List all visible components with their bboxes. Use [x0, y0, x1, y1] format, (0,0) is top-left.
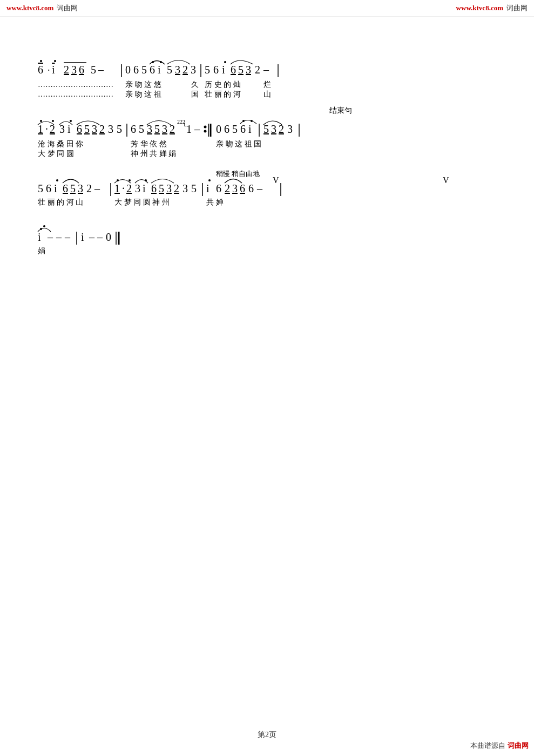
svg-text:6: 6 [150, 64, 155, 76]
footer-logo: 词曲网 [508, 741, 529, 751]
svg-text:5: 5 [159, 183, 164, 194]
svg-text:–: – [56, 231, 62, 243]
header-label-right: 词曲网 [506, 3, 528, 13]
svg-point-73 [204, 130, 207, 133]
svg-text:1: 1 [114, 183, 120, 194]
svg-text:5: 5 [117, 123, 122, 135]
svg-text:亲 吻 这  悠: 亲 吻 这 悠 [125, 80, 161, 89]
svg-text:山: 山 [263, 90, 271, 98]
svg-text:5: 5 [232, 123, 238, 135]
svg-point-49 [52, 120, 54, 122]
svg-text:·: · [45, 123, 48, 135]
svg-text:6: 6 [79, 64, 84, 76]
svg-text:·: · [48, 65, 50, 76]
svg-text:5: 5 [38, 183, 43, 194]
svg-text:大    梦    同    圆: 大 梦 同 圆 [38, 150, 74, 158]
svg-text:壮 丽 的 河: 壮 丽 的 河 [204, 90, 241, 98]
svg-text:亲 吻 这  祖: 亲 吻 这 祖 [125, 90, 161, 98]
svg-text:2: 2 [255, 64, 260, 76]
svg-text:3: 3 [182, 183, 188, 194]
svg-text:6: 6 [46, 183, 51, 194]
svg-text:5: 5 [167, 64, 172, 76]
svg-text:壮 丽 的 河     山: 壮 丽 的 河 山 [37, 198, 83, 206]
svg-text:5: 5 [205, 64, 210, 76]
svg-text:5: 5 [263, 123, 269, 135]
svg-point-27 [224, 61, 226, 63]
svg-text:2: 2 [279, 123, 284, 135]
svg-text:6: 6 [213, 64, 219, 76]
svg-text:V: V [443, 176, 449, 185]
svg-text:6: 6 [151, 183, 157, 194]
svg-text:5: 5 [84, 123, 90, 135]
svg-text:i: i [158, 64, 161, 76]
svg-text:0: 0 [125, 64, 131, 76]
svg-text:3: 3 [92, 123, 97, 135]
svg-text:3: 3 [191, 64, 196, 76]
svg-text:6: 6 [131, 123, 136, 135]
svg-text:1: 1 [38, 123, 43, 135]
svg-text:2: 2 [225, 183, 230, 194]
svg-point-104 [117, 179, 119, 181]
svg-text:–: – [194, 123, 200, 135]
svg-text:沧    海    桑    田 你: 沧 海 桑 田 你 [38, 140, 83, 148]
svg-point-132 [43, 225, 45, 227]
svg-text:3: 3 [271, 123, 276, 135]
svg-text:娟: 娟 [38, 247, 45, 255]
svg-text:神 州 共 婵       娟: 神 州 共 婵 娟 [131, 150, 176, 158]
source-label: 本曲谱源自 [470, 741, 505, 751]
svg-text:3: 3 [232, 183, 238, 194]
svg-text:6: 6 [77, 123, 82, 135]
svg-point-134 [40, 228, 42, 230]
svg-text:5: 5 [70, 183, 76, 194]
svg-text:2: 2 [86, 183, 92, 194]
svg-text:–: – [64, 231, 71, 243]
svg-text:–: – [47, 231, 53, 243]
svg-point-3 [40, 60, 42, 62]
svg-point-107 [129, 179, 131, 181]
score-svg: 6 · i 2 3 6 5 – 0 6 5 6 [32, 33, 502, 370]
svg-text:大 梦 同 圆 神       州: 大 梦 同 圆 神 州 [114, 198, 170, 206]
svg-text:V: V [273, 176, 279, 185]
score-area: 6 · i 2 3 6 5 – 0 6 5 6 [0, 17, 534, 386]
svg-text:6: 6 [63, 183, 68, 194]
svg-point-72 [204, 126, 207, 129]
header-left: www.ktvc8.com 词曲网 [6, 3, 78, 13]
svg-text:3: 3 [246, 64, 251, 76]
svg-text:0: 0 [106, 231, 111, 243]
svg-text:5: 5 [141, 64, 147, 76]
svg-text:2: 2 [174, 183, 179, 194]
svg-text:3: 3 [166, 183, 172, 194]
header-label-left: 词曲网 [57, 3, 78, 13]
svg-text:2: 2 [64, 64, 69, 76]
svg-text:3: 3 [175, 64, 180, 76]
svg-text:–: – [263, 64, 269, 76]
svg-point-119 [208, 179, 211, 181]
page-number: 第2页 [258, 730, 276, 740]
svg-text:6: 6 [240, 183, 245, 194]
svg-text:6: 6 [224, 123, 229, 135]
svg-point-52 [70, 120, 72, 122]
svg-text:烂: 烂 [263, 80, 271, 89]
svg-text:2: 2 [182, 64, 188, 76]
svg-text:–: – [256, 183, 263, 194]
svg-text:历 史 的 灿: 历 史 的 灿 [205, 80, 241, 89]
svg-text:i: i [222, 64, 225, 76]
svg-text:2: 2 [99, 123, 105, 135]
svg-text:亲 吻 这   祖    国: 亲 吻 这 祖 国 [216, 140, 261, 148]
svg-text:i: i [81, 231, 84, 243]
svg-text:久: 久 [191, 80, 199, 89]
svg-text:5: 5 [154, 123, 160, 135]
svg-point-110 [145, 179, 147, 181]
svg-text:芳 华 依       然: 芳 华 依 然 [131, 140, 167, 148]
svg-text:i: i [54, 183, 57, 194]
svg-text:–: – [89, 231, 95, 243]
page-header: www.ktvc8.com 词曲网 www.ktvc8.com 词曲网 [0, 0, 534, 17]
svg-text:6: 6 [231, 64, 236, 76]
svg-text:0: 0 [216, 123, 221, 135]
svg-text:2: 2 [126, 183, 132, 194]
svg-text:3: 3 [287, 123, 293, 135]
svg-text:i: i [143, 183, 146, 194]
svg-text:3: 3 [78, 183, 83, 194]
svg-text:稍慢  稍自由地: 稍慢 稍自由地 [216, 170, 260, 178]
svg-text:i: i [38, 231, 41, 243]
